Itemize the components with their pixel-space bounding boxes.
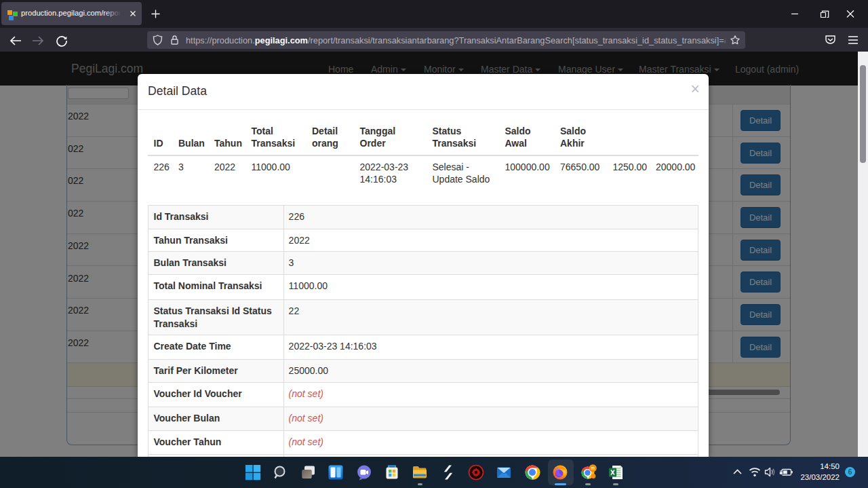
svg-text:m: m bbox=[591, 466, 594, 470]
